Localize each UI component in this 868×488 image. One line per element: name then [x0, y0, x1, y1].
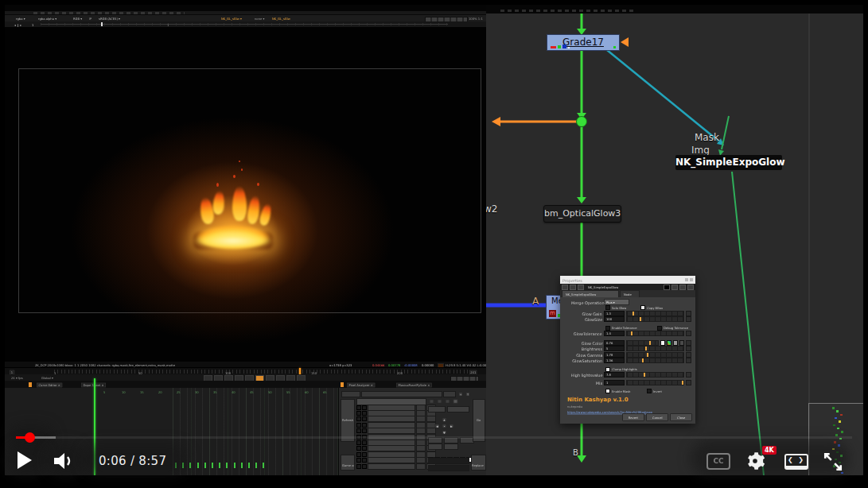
animation-menu-button[interactable]: [686, 380, 691, 385]
slider-handle[interactable]: [642, 358, 644, 362]
knob-value-field[interactable]: 1.78: [604, 352, 625, 358]
keyframe-tick[interactable]: [255, 463, 257, 468]
color-picker-swatch[interactable]: [660, 340, 665, 346]
side-panel-plus-button[interactable]: +: [459, 393, 463, 397]
slider-handle[interactable]: [645, 347, 647, 351]
knob-slider[interactable]: [626, 311, 684, 316]
close-icon[interactable]: ×: [58, 383, 60, 386]
row-checkbox[interactable]: [356, 423, 361, 428]
checkbox-enable-mask[interactable]: Enable Mask: [605, 389, 642, 393]
animation-menu-button[interactable]: [686, 372, 691, 378]
knob-slider[interactable]: [626, 346, 684, 351]
viewer-viewport[interactable]: [5, 27, 486, 362]
row-checkbox[interactable]: [356, 416, 361, 421]
frame-slider-handle[interactable]: [101, 22, 103, 26]
checkbox-solo-glow[interactable]: Solo Glow: [605, 305, 636, 311]
keyframe-tick[interactable]: [212, 463, 213, 468]
alpha-dropdown[interactable]: rgba.alpha ▾: [38, 17, 56, 20]
keyframe-tick[interactable]: [219, 463, 220, 468]
checkbox-box[interactable]: [605, 389, 610, 393]
action-button[interactable]: 2nd In: [428, 443, 442, 450]
header-icon[interactable]: [664, 285, 670, 290]
close-button[interactable]: Close: [670, 413, 692, 421]
checkbox-invert[interactable]: Invert: [647, 389, 668, 393]
mini-button[interactable]: [453, 400, 458, 404]
mini-button[interactable]: [430, 400, 434, 404]
animation-menu-button[interactable]: [686, 346, 691, 351]
knob-slider[interactable]: [626, 331, 684, 336]
header-icon[interactable]: [687, 285, 694, 290]
zoom-level[interactable]: 100% 1:1: [469, 17, 483, 20]
row-checkbox[interactable]: [362, 416, 367, 421]
node-name-field[interactable]: NK_SimpleExpoGlow: [588, 285, 618, 289]
row-checkbox[interactable]: [356, 428, 361, 433]
tab-pixel-analyzer[interactable]: Pixel Analyzer ×: [347, 383, 375, 388]
header-icon[interactable]: [578, 285, 584, 290]
slider-handle[interactable]: [644, 373, 645, 377]
refresh-button[interactable]: Refresh: [341, 399, 355, 442]
video-frame[interactable]: rgba ▾ rgba.alpha ▾ RGB ▾ IP sRGB (ACES)…: [5, 5, 863, 475]
knob-slider[interactable]: [626, 372, 684, 378]
close-icon[interactable]: ×: [101, 383, 103, 386]
memory-dropdown[interactable]: Memory ▾: [447, 406, 469, 412]
side-panel-field[interactable]: [341, 391, 360, 397]
keyframe-tick[interactable]: [234, 463, 235, 468]
cancel-button[interactable]: Cancel: [646, 413, 668, 421]
colorspace-dropdown[interactable]: sRGB (ACES) ▾: [99, 17, 120, 20]
row-checkbox[interactable]: [362, 458, 367, 463]
keyframe-tick[interactable]: [248, 463, 250, 468]
clipped-node-label[interactable]: w2: [486, 203, 497, 215]
knob-slider[interactable]: [626, 352, 684, 358]
checkbox-debug-tolerance[interactable]: Debug Tolerance: [657, 325, 695, 331]
animation-menu-button[interactable]: [686, 340, 691, 346]
slider-handle[interactable]: [649, 341, 651, 345]
checkbox-box[interactable]: [605, 305, 610, 310]
slider-handle[interactable]: [631, 331, 633, 335]
side-panel-input[interactable]: [428, 458, 469, 464]
knob-value-field[interactable]: 1: [604, 380, 625, 385]
side-panel-field[interactable]: [361, 391, 442, 397]
row-checkbox[interactable]: [356, 464, 361, 469]
knob-slider[interactable]: [626, 316, 684, 322]
panel-focus-icon[interactable]: [341, 382, 344, 387]
close-icon[interactable]: ×: [371, 383, 373, 386]
keyframe-tick[interactable]: [226, 463, 228, 468]
hidden-input-arrow-icon[interactable]: [621, 37, 629, 47]
timeline-ruler[interactable]: [54, 370, 468, 374]
node-bm-opticalglow3[interactable]: bm_OpticalGlow3: [543, 205, 621, 223]
knob-value-field[interactable]: 7.8: [604, 372, 625, 378]
viewer-wipe-mode[interactable]: none ▾: [255, 17, 264, 20]
animation-menu-button[interactable]: [686, 331, 691, 336]
arrow-center-button[interactable]: •: [442, 424, 447, 428]
knob-slider[interactable]: [626, 380, 684, 385]
number-dropdown[interactable]: Number ▾: [428, 406, 446, 412]
slider-handle[interactable]: [640, 317, 641, 321]
properties-titlebar[interactable]: Properties: [560, 276, 695, 284]
action-button[interactable]: Clear All: [444, 443, 458, 450]
color-picker-swatch[interactable]: [667, 340, 671, 346]
knob-value-field[interactable]: 5: [604, 346, 625, 351]
color-picker-swatch[interactable]: [673, 340, 678, 346]
row-checkbox[interactable]: [356, 411, 361, 416]
checkbox-copy-bbox[interactable]: Copy BBox: [640, 305, 672, 311]
row-checkbox[interactable]: [362, 464, 367, 469]
arrow-up-button[interactable]: ▲: [442, 418, 447, 422]
node-grade17[interactable]: Grade17: [547, 34, 620, 51]
color-picker-swatch[interactable]: [679, 340, 684, 346]
knob-value-field[interactable]: 1.36: [604, 358, 625, 363]
mini-button[interactable]: [446, 400, 450, 404]
row-checkbox[interactable]: [362, 435, 367, 440]
keyframe-tick[interactable]: [241, 463, 243, 468]
row-range-button[interactable]: low: [416, 463, 426, 470]
header-icon[interactable]: [671, 285, 678, 290]
knob-value-field[interactable]: 0.76: [604, 340, 625, 346]
keyframe-tick[interactable]: [263, 463, 264, 468]
replace-button[interactable]: Replace: [471, 455, 486, 471]
keyframe-tick[interactable]: [197, 463, 199, 468]
arrow-down-button[interactable]: ▼: [442, 431, 447, 435]
knob-value-field[interactable]: 1.4: [604, 331, 625, 336]
knob-value-field[interactable]: 1.3: [604, 311, 625, 316]
channel-dropdown[interactable]: rgba ▾: [16, 17, 25, 20]
slider-handle[interactable]: [633, 312, 634, 316]
node-nk-simpleexpoglow[interactable]: NK_SimpleExpoGlow: [675, 155, 782, 170]
